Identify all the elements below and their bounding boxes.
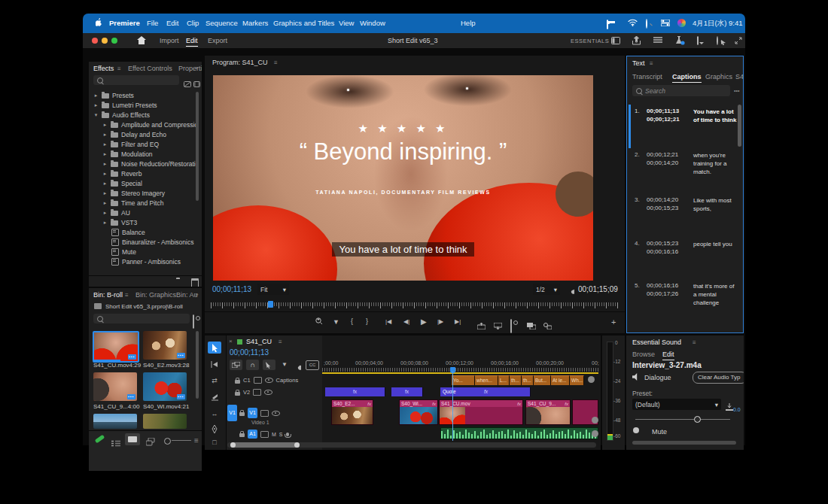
export-frame-icon[interactable] [510, 319, 512, 333]
share-icon[interactable] [632, 36, 641, 47]
video-clip-s40-wi[interactable]: S40_Wi...fx [399, 399, 438, 425]
bin-footer-menu-icon[interactable]: ≡ [194, 436, 199, 445]
marker-icon[interactable]: ▼ [333, 318, 339, 326]
apple-menu-icon[interactable] [96, 18, 104, 29]
tab-overflow[interactable]: S4 [735, 73, 744, 80]
save-preset-icon[interactable] [726, 400, 733, 414]
list-view-icon[interactable] [111, 436, 120, 450]
linked-selection-icon[interactable] [263, 360, 275, 370]
freeform-view-icon[interactable] [146, 436, 156, 449]
control-center-icon[interactable] [661, 20, 670, 28]
sequence-list-icon[interactable] [653, 37, 662, 45]
home-icon[interactable] [137, 36, 146, 46]
tree-item[interactable]: ▸Special [93, 178, 197, 188]
tab-transcript[interactable]: Transcript [632, 73, 662, 80]
tree-item[interactable]: Balance [93, 227, 197, 237]
window-zoom-button[interactable] [111, 38, 117, 44]
mute-toggle[interactable]: M [272, 432, 276, 437]
volume-slider-track[interactable] [635, 419, 730, 420]
tree-item[interactable]: Mute [93, 247, 197, 257]
play-icon[interactable]: ▶ [421, 317, 427, 326]
track-visibility-icon[interactable] [272, 411, 280, 416]
step-forward-icon[interactable]: |▶ [437, 318, 443, 325]
essential-sound-scrollbar[interactable] [632, 441, 736, 445]
tab-captions[interactable]: Captions [672, 73, 702, 83]
menu-edit[interactable]: Edit [166, 19, 178, 27]
bin-panel-menu-icon[interactable]: ≡ [125, 292, 129, 299]
pen-tool[interactable] [208, 423, 221, 435]
menu-view[interactable]: View [339, 19, 354, 27]
menubar-clock[interactable]: 4月1日(水) 9:41 [693, 19, 743, 29]
video-clip-s41-cu-9[interactable]: S41_CU_9...fx [525, 399, 571, 425]
quick-help-icon[interactable] [717, 37, 718, 44]
siri-icon[interactable] [677, 19, 686, 27]
nest-sequence-icon[interactable] [230, 360, 242, 370]
solo-toggle[interactable]: S [279, 432, 283, 437]
mark-in-icon[interactable]: { [351, 317, 353, 325]
goto-in-icon[interactable]: |◀ [385, 318, 391, 325]
tree-item[interactable]: ▸Amplitude and Compression [93, 120, 197, 129]
clip-thumbnail-s40-e2[interactable]: ▪▪▪ [143, 331, 187, 360]
graphic-clip[interactable]: fx [391, 387, 423, 396]
tab-bin-graphics[interactable]: Bin: Graphics [135, 291, 176, 299]
volume-slider-handle[interactable] [694, 416, 701, 423]
captions-search-input[interactable]: Search [632, 85, 730, 96]
wifi-icon[interactable] [628, 19, 638, 28]
source-patch-v1[interactable]: V1 [227, 405, 237, 421]
tab-bin-broll[interactable]: Bin: B-roll [93, 291, 123, 299]
menu-markers[interactable]: Markers [242, 19, 268, 27]
menu-file[interactable]: File [147, 19, 158, 27]
close-icon[interactable]: × [229, 338, 233, 345]
spotlight-search-icon[interactable] [646, 20, 647, 28]
lock-icon[interactable] [235, 392, 240, 396]
sync-lock-icon[interactable] [253, 389, 261, 396]
timeline-timecode[interactable]: 00;00;11;13 [230, 348, 269, 357]
track-scroll-knob[interactable] [592, 417, 598, 424]
settings-wrench-icon[interactable] [566, 285, 574, 299]
zoom-slider-handle[interactable] [164, 438, 171, 445]
timeline-settings-wrench-icon[interactable] [293, 361, 301, 375]
track-select-forward-tool[interactable] [208, 358, 221, 370]
timeline-sequence-tab[interactable]: S41_CU [246, 338, 272, 345]
selection-tool[interactable] [208, 342, 221, 354]
menu-graphics-titles[interactable]: Graphics and Titles [273, 19, 334, 27]
panel-layout-icon[interactable] [611, 37, 620, 46]
tree-item[interactable]: ▸Lumetri Presets [93, 100, 197, 110]
window-close-button[interactable] [92, 38, 98, 44]
tab-overflow-icon[interactable]: » [195, 65, 198, 71]
program-playhead[interactable] [268, 301, 273, 308]
tab-overflow-icon[interactable]: » [195, 291, 198, 298]
tree-item[interactable]: ▾Audio Effects [93, 110, 197, 120]
timeline-hscrollbar-handle[interactable] [230, 442, 300, 448]
nav-export[interactable]: Export [208, 37, 227, 44]
bin-scrollbar[interactable] [196, 331, 199, 399]
capture-icon[interactable] [193, 314, 194, 329]
tree-item[interactable]: Binauralizer - Ambisonics [93, 237, 197, 247]
comparison-view-icon[interactable] [527, 319, 536, 332]
lock-icon[interactable] [235, 380, 240, 384]
tree-item[interactable]: ▸Stereo Imagery [93, 188, 197, 198]
caption-clip[interactable]: th... [510, 375, 522, 385]
snap-magnet-icon[interactable]: ∩ [246, 360, 259, 370]
effects-search-input[interactable] [93, 75, 179, 85]
menu-help[interactable]: Help [461, 19, 476, 27]
feedback-icon[interactable] [697, 36, 699, 45]
lock-icon[interactable] [239, 433, 245, 437]
clip-thumbnail-s40-wi[interactable]: ▪▪▪ [143, 372, 187, 401]
filter-video-icon[interactable] [193, 77, 200, 90]
tree-item[interactable]: ▸Time and Pitch [93, 198, 197, 208]
tree-item[interactable]: ▸Filter and EQ [93, 139, 197, 149]
nav-edit[interactable]: Edit [186, 37, 198, 47]
filter-transitions-icon[interactable] [184, 77, 191, 90]
caption-clip[interactable]: But... [534, 375, 551, 385]
rectangle-tool[interactable]: □ [208, 436, 221, 448]
video-clip-s41-cu[interactable]: S41_CU.movfx [439, 399, 523, 425]
marker-icon[interactable]: ▼ [282, 361, 288, 368]
scroll-handle-right[interactable] [294, 442, 300, 448]
graphic-clip-quote[interactable]: Quote fx [440, 387, 531, 396]
zoom-slider-track[interactable] [172, 440, 191, 441]
video-clip-s40-e2[interactable]: S40_E2...fx [331, 399, 373, 425]
tab-browse[interactable]: Browse [632, 351, 655, 358]
slip-tool[interactable]: ↔ [208, 408, 221, 420]
caption-clip[interactable]: Yo... [452, 375, 475, 385]
